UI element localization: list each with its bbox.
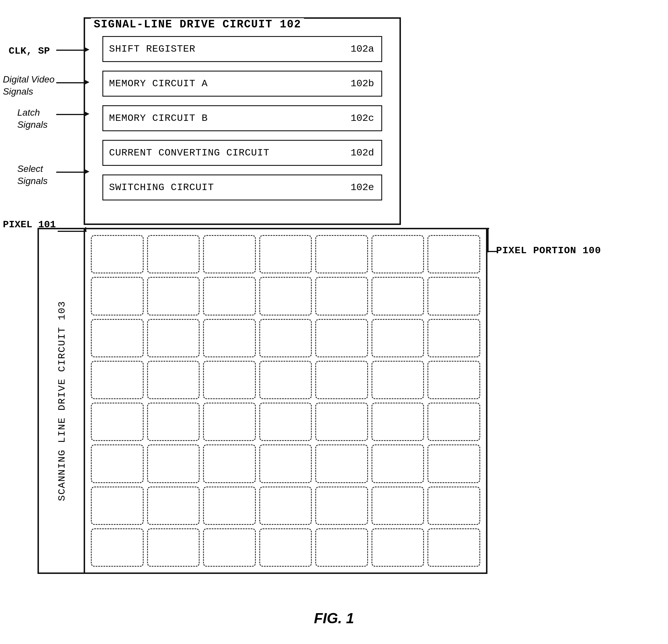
scanning-line-drive-box: SCANNING LINE DRIVE CIRCUIT 103 xyxy=(37,228,87,574)
grid-cell xyxy=(259,277,312,315)
grid-cell xyxy=(203,487,256,525)
grid-cell xyxy=(203,319,256,357)
grid-cell xyxy=(91,277,143,315)
grid-cell xyxy=(315,235,368,273)
shift-register-label: SHIFT REGISTER xyxy=(109,44,196,55)
grid-cell xyxy=(371,235,424,273)
scanning-line-label: SCANNING LINE DRIVE CIRCUIT 103 xyxy=(57,301,67,501)
grid-cell xyxy=(147,319,200,357)
switching-circuit-box: SWITCHING CIRCUIT 102e xyxy=(102,174,382,200)
shift-register-box: SHIFT REGISTER 102a xyxy=(102,36,382,62)
grid-cell xyxy=(259,319,312,357)
grid-cell xyxy=(147,277,200,315)
pixel-101-label: PIXEL 101 xyxy=(3,219,56,230)
grid-cell xyxy=(315,361,368,399)
grid-cell xyxy=(91,528,143,567)
signal-drive-title: SIGNAL-LINE DRIVE CIRCUIT 102 xyxy=(91,18,304,31)
grid-cell xyxy=(259,487,312,525)
grid-cell xyxy=(315,403,368,441)
pixel-portion-line-v xyxy=(487,228,489,252)
grid-cell xyxy=(371,361,424,399)
switching-circuit-id: 102e xyxy=(350,182,374,193)
grid-cell xyxy=(147,528,200,567)
current-converting-label: CURRENT CONVERTING CIRCUIT xyxy=(109,148,270,158)
digital-video-arrowhead xyxy=(84,79,89,85)
grid-cell xyxy=(315,277,368,315)
memory-circuit-b-box: MEMORY CIRCUIT B 102c xyxy=(102,105,382,131)
grid-cell xyxy=(315,528,368,567)
grid-cell xyxy=(259,403,312,441)
grid-cell xyxy=(91,403,143,441)
memory-circuit-a-id: 102b xyxy=(350,78,374,89)
grid-cell xyxy=(427,319,480,357)
grid-cell xyxy=(203,361,256,399)
grid-cell xyxy=(203,235,256,273)
grid-cell xyxy=(427,403,480,441)
fig-caption: FIG. 1 xyxy=(314,610,354,627)
grid-cell xyxy=(203,528,256,567)
select-signals-label: SelectSignals xyxy=(17,163,48,187)
grid-cell xyxy=(427,361,480,399)
grid-cell xyxy=(371,319,424,357)
grid-cell xyxy=(203,403,256,441)
grid-cell xyxy=(427,528,480,567)
grid-cell xyxy=(203,444,256,483)
grid-cell xyxy=(147,487,200,525)
grid-cell xyxy=(371,487,424,525)
memory-circuit-a-label: MEMORY CIRCUIT A xyxy=(109,78,208,89)
switching-circuit-label: SWITCHING CIRCUIT xyxy=(109,182,214,193)
grid-cell xyxy=(147,403,200,441)
grid-cell xyxy=(427,487,480,525)
pixel-grid-container xyxy=(84,228,487,574)
pixel-grid xyxy=(91,235,480,567)
grid-cell xyxy=(91,235,143,273)
grid-cell xyxy=(427,277,480,315)
grid-cell xyxy=(371,403,424,441)
grid-cell xyxy=(91,444,143,483)
memory-circuit-b-label: MEMORY CIRCUIT B xyxy=(109,113,208,124)
grid-cell xyxy=(315,444,368,483)
latch-arrowhead xyxy=(84,111,89,117)
pixel-101-line-v xyxy=(85,227,86,232)
select-arrowhead xyxy=(84,169,89,174)
current-converting-circuit-box: CURRENT CONVERTING CIRCUIT 102d xyxy=(102,140,382,166)
clk-sp-label: CLK, SP xyxy=(9,46,50,57)
signal-drive-circuit-box: SIGNAL-LINE DRIVE CIRCUIT 102 SHIFT REGI… xyxy=(84,17,401,225)
current-converting-id: 102d xyxy=(350,148,374,158)
pixel-portion-tick xyxy=(487,228,489,229)
clk-arrow-line xyxy=(56,50,85,51)
grid-cell xyxy=(91,319,143,357)
memory-circuit-a-box: MEMORY CIRCUIT A 102b xyxy=(102,71,382,97)
digital-video-arrow-line xyxy=(56,82,85,83)
grid-cell xyxy=(427,235,480,273)
grid-cell xyxy=(259,361,312,399)
grid-cell xyxy=(147,361,200,399)
grid-cell xyxy=(91,361,143,399)
clk-arrowhead xyxy=(84,47,89,52)
grid-cell xyxy=(371,444,424,483)
pixel-101-line-h xyxy=(58,231,87,232)
select-arrow-line xyxy=(56,172,85,173)
grid-cell xyxy=(147,444,200,483)
memory-circuit-b-id: 102c xyxy=(350,113,374,124)
grid-cell xyxy=(371,528,424,567)
digital-video-label: Digital VideoSignals xyxy=(3,74,55,97)
latch-signals-label: LatchSignals xyxy=(17,107,48,131)
grid-cell xyxy=(315,487,368,525)
grid-cell xyxy=(203,277,256,315)
pixel-portion-label: PIXEL PORTION 100 xyxy=(496,245,601,256)
grid-cell xyxy=(259,235,312,273)
grid-cell xyxy=(259,444,312,483)
grid-cell xyxy=(259,528,312,567)
shift-register-id: 102a xyxy=(350,44,374,55)
latch-arrow-line xyxy=(56,114,85,115)
grid-cell xyxy=(91,487,143,525)
grid-cell xyxy=(147,235,200,273)
grid-cell xyxy=(427,444,480,483)
page: SIGNAL-LINE DRIVE CIRCUIT 102 SHIFT REGI… xyxy=(0,0,668,644)
pixel-portion-line-h xyxy=(487,251,498,252)
grid-cell xyxy=(371,277,424,315)
grid-cell xyxy=(315,319,368,357)
